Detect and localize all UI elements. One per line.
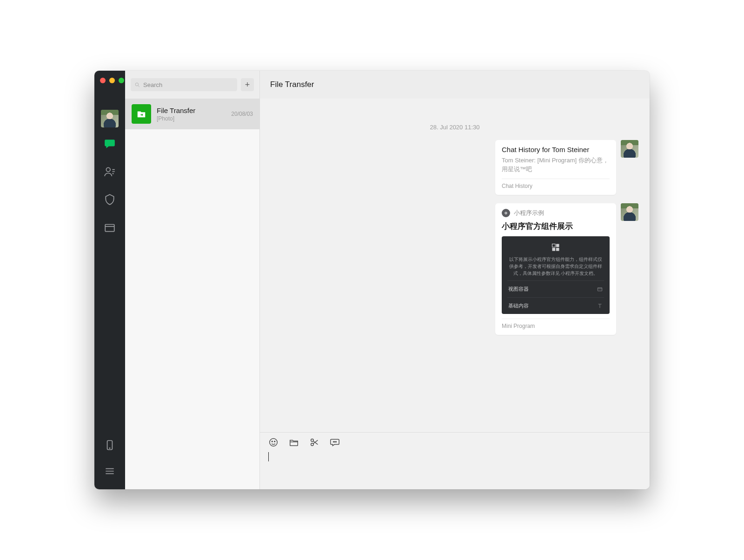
sender-avatar[interactable] <box>621 140 638 158</box>
conversation-title: File Transfer <box>157 107 226 114</box>
user-avatar[interactable] <box>101 110 119 127</box>
svg-point-12 <box>274 441 275 442</box>
svg-point-14 <box>311 439 314 442</box>
minimize-window-button[interactable] <box>109 78 115 83</box>
mobile-icon[interactable] <box>104 439 116 453</box>
input-toolbar <box>268 437 641 449</box>
conversation-subtitle: [Photo] <box>157 115 226 122</box>
mini-program-preview-desc: 以下将展示小程序官方组件能力，组件样式仅供参考，开发者可根据自身需求自定义组件样… <box>507 256 604 277</box>
message-row: Chat History for Tom Steiner Tom Steiner… <box>271 140 638 195</box>
contacts-icon[interactable] <box>104 166 116 180</box>
svg-point-0 <box>106 167 110 172</box>
mini-program-row-view-container: 视图容器 <box>507 280 604 297</box>
search-placeholder: Search <box>143 81 162 88</box>
chat-title: File Transfer <box>270 80 314 89</box>
svg-point-11 <box>272 441 272 442</box>
search-input[interactable]: Search <box>131 78 237 91</box>
card-footer: Mini Program <box>502 319 610 329</box>
svg-rect-7 <box>552 248 556 251</box>
svg-point-17 <box>336 441 336 442</box>
files-icon[interactable] <box>104 221 116 235</box>
card-body: Tom Steiner: [Mini Program] 你的心意，用星说™吧 <box>502 156 610 174</box>
mini-program-logo-icon <box>502 209 510 217</box>
card-footer: Chat History <box>502 179 610 189</box>
message-row: 小程序示例 小程序官方组件展示 以下将展示小程序官方组件能力，组件样式仅供参考，… <box>271 203 638 335</box>
emoji-icon[interactable] <box>268 437 279 449</box>
fullscreen-window-button[interactable] <box>119 78 124 83</box>
menu-icon[interactable] <box>104 465 116 479</box>
card-title: Chat History for Tom Steiner <box>502 146 610 153</box>
svg-point-4 <box>135 83 139 86</box>
svg-point-10 <box>270 439 278 447</box>
conversation-list-panel: Search + File Transfer [Photo] 20/08/03 <box>125 71 260 489</box>
svg-rect-5 <box>552 244 556 247</box>
text-icon <box>597 303 603 309</box>
add-button[interactable]: + <box>241 78 254 91</box>
message-input-area[interactable] <box>260 432 650 489</box>
scissors-icon[interactable] <box>309 437 319 449</box>
close-window-button[interactable] <box>100 78 106 83</box>
chat-panel: File Transfer 28. Jul 2020 11:30 Chat Hi… <box>260 71 650 489</box>
svg-point-16 <box>334 441 335 442</box>
folder-icon[interactable] <box>289 437 299 449</box>
svg-rect-1 <box>105 225 114 232</box>
nav-rail <box>94 71 125 489</box>
window-controls <box>94 75 124 86</box>
file-transfer-icon <box>132 104 151 124</box>
mini-program-card[interactable]: 小程序示例 小程序官方组件展示 以下将展示小程序官方组件能力，组件样式仅供参考，… <box>495 203 616 335</box>
mini-program-app-name: 小程序示例 <box>514 209 544 217</box>
mini-program-subtitle: 小程序官方组件展示 <box>502 221 610 232</box>
conversation-item-file-transfer[interactable]: File Transfer [Photo] 20/08/03 <box>125 99 259 129</box>
chats-icon[interactable] <box>104 138 116 152</box>
chat-history-card[interactable]: Chat History for Tom Steiner Tom Steiner… <box>495 140 616 195</box>
app-window: Search + File Transfer [Photo] 20/08/03 … <box>94 71 650 489</box>
view-container-icon <box>597 286 603 293</box>
text-cursor <box>268 452 269 461</box>
svg-point-3 <box>109 448 110 448</box>
svg-rect-9 <box>598 287 602 291</box>
svg-point-13 <box>311 443 314 446</box>
mini-program-preview: 以下将展示小程序官方组件能力，组件样式仅供参考，开发者可根据自身需求自定义组件样… <box>502 236 610 314</box>
plus-icon: + <box>245 80 250 90</box>
conversation-date: 20/08/03 <box>231 111 253 117</box>
conversation-header: Search + <box>125 71 259 99</box>
message-timestamp: 28. Jul 2020 11:30 <box>271 124 638 131</box>
chat-header: File Transfer <box>260 71 650 99</box>
favorites-icon[interactable] <box>104 193 116 207</box>
more-chat-icon[interactable] <box>330 437 340 449</box>
svg-rect-6 <box>556 244 559 247</box>
svg-point-15 <box>333 441 334 442</box>
components-grid-icon <box>551 243 560 252</box>
sender-avatar[interactable] <box>621 203 638 221</box>
svg-rect-8 <box>556 248 559 251</box>
messages-area: 28. Jul 2020 11:30 Chat History for Tom … <box>260 99 650 432</box>
mini-program-row-basic-content: 基础内容 <box>507 297 604 314</box>
